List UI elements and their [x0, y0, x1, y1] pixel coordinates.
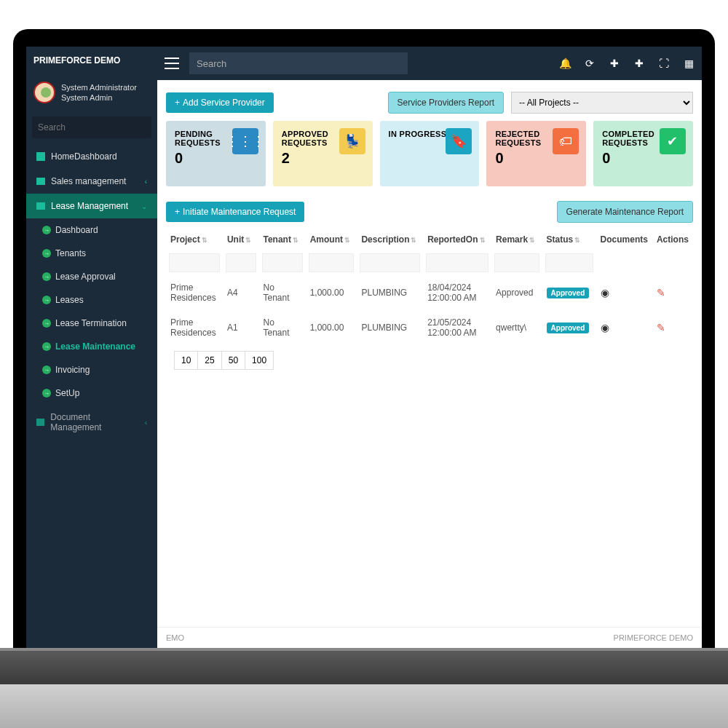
grid-icon[interactable]: ▦ [683, 58, 695, 69]
sidebar-item-label: Lease Management [51, 201, 128, 211]
page-size-selector: 10 25 50 100 [166, 345, 693, 376]
refresh-icon[interactable]: ⟳ [584, 58, 596, 69]
dashboard-icon [36, 152, 45, 161]
subitem-lease-maintenance[interactable]: Lease Maintenance [35, 335, 157, 358]
add-service-provider-button[interactable]: + Add Service Provider [166, 92, 274, 113]
filter-remark[interactable] [494, 253, 539, 272]
table-row: Prime Residences A1 No Tenant 1,000.00 P… [166, 310, 693, 345]
edit-icon[interactable]: ✎ [657, 322, 665, 333]
user-role: System Admin [61, 92, 137, 103]
service-providers-report-button[interactable]: Service Providers Report [388, 92, 504, 114]
bell-icon[interactable]: 🔔 [559, 58, 571, 69]
fullscreen-icon[interactable]: ⛶ [658, 58, 670, 69]
sidebar-search[interactable]: ⌕ [32, 116, 151, 138]
card-approved: APPROVED REQUESTS 2 💺 [273, 121, 373, 186]
sidebar-item-label: Document Management [50, 412, 138, 432]
sidebar-item-home[interactable]: HomeDashboard [26, 144, 157, 169]
doc-icon [36, 419, 44, 426]
brand-title: PRIMEFORCE DEMO [26, 47, 157, 74]
footer: EMO PRIMEFORCE DEMO [157, 627, 702, 648]
view-icon[interactable]: ◉ [601, 322, 609, 333]
filter-project[interactable] [169, 253, 220, 272]
plus-icon[interactable]: ✚ [609, 58, 620, 69]
project-select[interactable]: -- All Projects -- [511, 92, 693, 114]
sidebar-item-lease[interactable]: Lease Management ⌄ [26, 194, 157, 218]
card-inprogress: IN PROGRESS 🔖 [380, 121, 480, 186]
col-amount[interactable]: Amount⇅ [306, 229, 357, 250]
sidebar: PRIMEFORCE DEMO System Administrator Sys… [26, 47, 157, 648]
col-remark[interactable]: Remark⇅ [491, 229, 542, 250]
filter-row [166, 250, 693, 275]
sidebar-item-label: Sales management [51, 176, 126, 186]
footer-left: EMO [166, 633, 184, 642]
col-project[interactable]: Project⇅ [166, 229, 223, 250]
avatar [33, 82, 55, 103]
tag-icon: 🏷 [553, 128, 579, 154]
chair-icon: 💺 [339, 128, 365, 154]
footer-right: PRIMEFORCE DEMO [614, 633, 693, 642]
subitem-leases[interactable]: Leases [35, 288, 157, 312]
filter-tenant[interactable] [262, 253, 303, 272]
col-tenant[interactable]: Tenant⇅ [259, 229, 306, 250]
col-documents: Documents [596, 229, 652, 250]
subitem-setup[interactable]: SetUp [35, 381, 157, 405]
card-completed: COMPLETED REQUESTS 0 ✔ [593, 121, 693, 186]
sales-icon [36, 178, 45, 185]
page-size-25[interactable]: 25 [197, 351, 221, 370]
generate-report-button[interactable]: Generate Maintenance Report [557, 201, 693, 223]
bookmark-icon: 🔖 [446, 128, 472, 154]
col-reportedon[interactable]: ReportedOn⇅ [423, 229, 491, 250]
check-circle-icon: ✔ [660, 128, 686, 154]
initiate-request-button[interactable]: + Initiate Maintenance Request [166, 202, 304, 222]
menu-toggle-icon[interactable] [165, 58, 179, 69]
lease-icon [36, 202, 45, 210]
col-actions: Actions [652, 229, 693, 250]
filter-amount[interactable] [309, 253, 355, 272]
sidebar-search-input[interactable] [32, 116, 153, 138]
plus-icon: + [175, 207, 180, 217]
user-block: System Administrator System Admin [26, 74, 157, 111]
view-icon[interactable]: ◉ [601, 287, 609, 298]
edit-icon[interactable]: ✎ [657, 287, 665, 298]
user-name: System Administrator [61, 82, 137, 92]
col-status[interactable]: Status⇅ [542, 229, 596, 250]
col-unit[interactable]: Unit⇅ [223, 229, 259, 250]
filter-unit[interactable] [226, 253, 256, 272]
subitem-dashboard[interactable]: Dashboard [35, 218, 157, 242]
maintenance-table: Project⇅ Unit⇅ Tenant⇅ Amount⇅ Descripti… [166, 229, 693, 345]
sidebar-item-label: HomeDashboard [51, 151, 117, 162]
subitem-invoicing[interactable]: Invoicing [35, 358, 157, 381]
status-badge: Approved [547, 323, 590, 333]
page-size-10[interactable]: 10 [174, 351, 198, 370]
chevron-left-icon: ‹ [145, 419, 147, 427]
sidebar-item-sales[interactable]: Sales management ‹ [26, 169, 157, 194]
card-pending: PENDING REQUESTS 0 ⋮⋮⋮ [166, 121, 266, 186]
chevron-left-icon: ‹ [145, 178, 147, 186]
subitem-lease-termination[interactable]: Lease Termination [35, 312, 157, 335]
sidebar-item-docmgmt[interactable]: Document Management ‹ [26, 405, 157, 440]
page-size-50[interactable]: 50 [221, 351, 245, 370]
table-row: Prime Residences A4 No Tenant 1,000.00 P… [166, 275, 693, 310]
status-badge: Approved [547, 288, 590, 298]
filter-reportedon[interactable] [426, 253, 488, 272]
subitem-lease-approval[interactable]: Lease Approval [35, 265, 157, 288]
filter-description[interactable] [360, 253, 420, 272]
col-description[interactable]: Description⇅ [357, 229, 423, 250]
chevron-down-icon: ⌄ [141, 202, 147, 210]
subitem-tenants[interactable]: Tenants [35, 242, 157, 265]
filter-status[interactable] [545, 253, 593, 272]
plus-icon: + [175, 98, 180, 108]
plus-icon-2[interactable]: ✚ [633, 58, 645, 69]
top-search-input[interactable] [189, 52, 408, 74]
card-rejected: REJECTED REQUESTS 0 🏷 [486, 121, 586, 186]
page-size-100[interactable]: 100 [245, 351, 274, 370]
grid-dots-icon: ⋮⋮⋮ [232, 128, 258, 154]
